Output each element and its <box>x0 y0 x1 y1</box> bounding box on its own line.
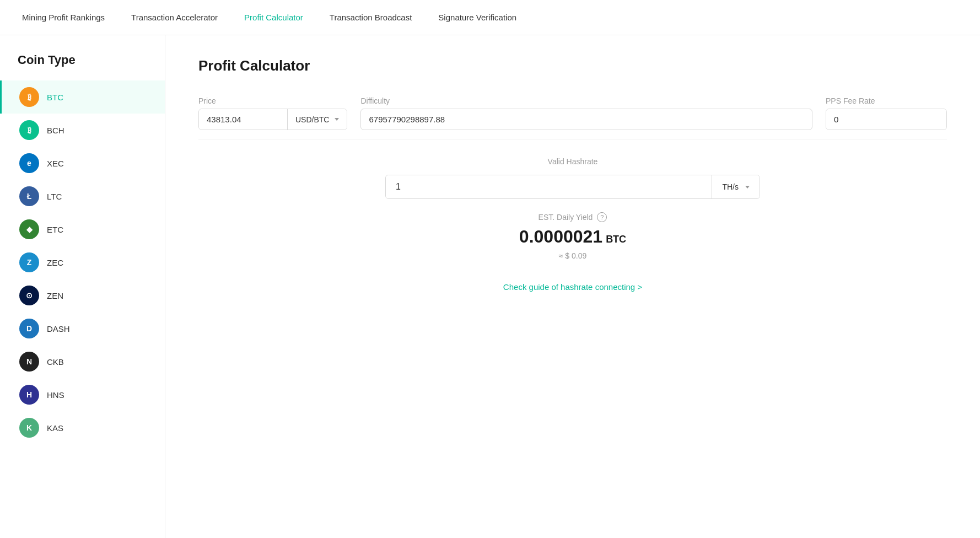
coin-label-ckb: CKB <box>47 357 64 367</box>
coin-icon-bch: ₿ <box>19 120 39 140</box>
form-divider <box>198 139 947 139</box>
coin-label-zec: ZEC <box>47 258 63 267</box>
coin-label-zen: ZEN <box>47 291 63 300</box>
fee-field-group: PPS Fee Rate % <box>826 96 947 130</box>
sidebar-coin-btc[interactable]: ₿ BTC <box>0 80 165 114</box>
hashrate-section: Valid Hashrate TH/s EST. Daily Yield ? 0… <box>198 157 947 260</box>
coin-label-dash: DASH <box>47 324 70 333</box>
sidebar-coin-xec[interactable]: e XEC <box>0 147 165 180</box>
sidebar-coin-bch[interactable]: ₿ BCH <box>0 114 165 147</box>
sidebar: Coin Type ₿ BTC ₿ BCH e XEC Ł LTC ◆ ETC … <box>0 35 165 538</box>
currency-select[interactable]: USD/BTC <box>287 109 347 130</box>
price-field-group: Price USD/BTC <box>198 96 347 130</box>
main-content: Profit Calculator Price USD/BTC Difficul… <box>165 35 980 538</box>
chevron-down-icon <box>745 186 750 189</box>
coin-label-hns: HNS <box>47 390 64 400</box>
fee-input[interactable] <box>826 109 946 130</box>
coin-label-kas: KAS <box>47 423 63 433</box>
coin-label-bch: BCH <box>47 126 64 135</box>
yield-usd: ≈ $ 0.09 <box>559 251 587 260</box>
chevron-down-icon <box>335 118 339 121</box>
sidebar-coin-ckb[interactable]: N CKB <box>0 345 165 378</box>
sidebar-coin-etc[interactable]: ◆ ETC <box>0 213 165 246</box>
difficulty-label: Difficulty <box>360 96 812 105</box>
price-input-container: USD/BTC <box>198 109 347 130</box>
coin-icon-xec: e <box>19 153 39 173</box>
price-input[interactable] <box>199 109 287 130</box>
hashrate-label: Valid Hashrate <box>548 157 598 166</box>
yield-value: 0.0000021BTC <box>519 227 626 247</box>
page-layout: Coin Type ₿ BTC ₿ BCH e XEC Ł LTC ◆ ETC … <box>0 35 980 538</box>
sidebar-title: Coin Type <box>0 53 165 80</box>
top-navigation: Mining Profit Rankings Transaction Accel… <box>0 0 980 35</box>
nav-signature-verification[interactable]: Signature Verification <box>438 8 516 26</box>
fee-label: PPS Fee Rate <box>826 96 947 105</box>
coin-label-ltc: LTC <box>47 192 62 201</box>
hashrate-input[interactable] <box>386 175 712 198</box>
hashrate-unit-value: TH/s <box>722 182 739 191</box>
hashrate-input-container: TH/s <box>385 175 760 199</box>
guide-link[interactable]: Check guide of hashrate connecting > <box>198 282 947 292</box>
yield-label: EST. Daily Yield <box>539 213 593 222</box>
hashrate-unit-select[interactable]: TH/s <box>712 175 760 198</box>
coin-icon-ltc: Ł <box>19 186 39 206</box>
sidebar-coin-kas[interactable]: K KAS <box>0 411 165 444</box>
coin-icon-hns: H <box>19 385 39 405</box>
top-form: Price USD/BTC Difficulty PPS Fee Rate <box>198 96 947 130</box>
currency-value: USD/BTC <box>295 115 329 124</box>
sidebar-coin-zen[interactable]: ⊙ ZEN <box>0 279 165 312</box>
help-icon[interactable]: ? <box>597 212 607 222</box>
yield-number: 0.0000021 <box>519 227 602 246</box>
coin-icon-zec: Z <box>19 252 39 272</box>
nav-mining-profit[interactable]: Mining Profit Rankings <box>22 8 105 26</box>
nav-profit-calculator[interactable]: Profit Calculator <box>244 8 303 26</box>
coin-label-xec: XEC <box>47 159 64 168</box>
coin-list: ₿ BTC ₿ BCH e XEC Ł LTC ◆ ETC Z ZEC ⊙ ZE… <box>0 80 165 444</box>
price-label: Price <box>198 96 347 105</box>
yield-label-row: EST. Daily Yield ? <box>539 212 607 222</box>
sidebar-coin-zec[interactable]: Z ZEC <box>0 246 165 279</box>
difficulty-field-group: Difficulty <box>360 96 812 130</box>
fee-input-container: % <box>826 109 947 130</box>
nav-transaction-accelerator[interactable]: Transaction Accelerator <box>131 8 218 26</box>
sidebar-coin-ltc[interactable]: Ł LTC <box>0 180 165 213</box>
yield-currency: BTC <box>606 234 626 245</box>
coin-icon-btc: ₿ <box>19 87 39 107</box>
coin-icon-zen: ⊙ <box>19 286 39 305</box>
coin-icon-etc: ◆ <box>19 219 39 239</box>
nav-transaction-broadcast[interactable]: Transaction Broadcast <box>330 8 412 26</box>
sidebar-coin-dash[interactable]: D DASH <box>0 312 165 345</box>
coin-icon-kas: K <box>19 418 39 438</box>
coin-icon-ckb: N <box>19 352 39 372</box>
difficulty-input[interactable] <box>360 109 812 130</box>
page-title: Profit Calculator <box>198 57 947 74</box>
sidebar-coin-hns[interactable]: H HNS <box>0 378 165 411</box>
yield-section: EST. Daily Yield ? 0.0000021BTC ≈ $ 0.09 <box>519 212 626 260</box>
coin-icon-dash: D <box>19 319 39 338</box>
fee-suffix: % <box>946 109 947 130</box>
coin-label-btc: BTC <box>47 93 63 102</box>
coin-label-etc: ETC <box>47 225 63 234</box>
